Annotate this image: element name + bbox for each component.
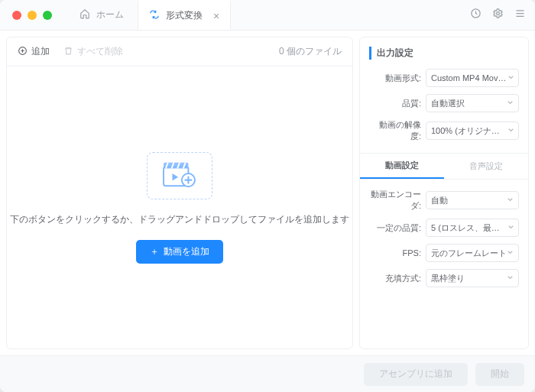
gear-icon[interactable] — [492, 8, 504, 22]
fill-select[interactable]: 黒枠塗り — [426, 269, 519, 287]
convert-tab-label: 形式変換 — [166, 9, 203, 22]
plus-icon: ＋ — [150, 245, 159, 258]
quality-label: 品質: — [369, 98, 421, 109]
start-button[interactable]: 開始 — [475, 363, 524, 386]
chevron-down-icon — [507, 196, 514, 205]
resolution-label: 動画の解像度: — [369, 119, 421, 142]
tab-close-button[interactable]: × — [213, 10, 219, 22]
tab-audio-settings[interactable]: 音声設定 — [444, 154, 528, 179]
file-count: 0 個のファイル — [279, 45, 342, 58]
output-settings-title: 出力設定 — [369, 47, 519, 60]
resolution-value: 100% (オリジナルア... — [431, 125, 507, 137]
delete-all-label: すべて削除 — [77, 45, 123, 58]
resolution-select[interactable]: 100% (オリジナルア... — [426, 121, 519, 140]
encoder-value: 自動 — [431, 195, 448, 206]
home-tab-label: ホーム — [96, 8, 124, 21]
fill-value: 黒枠塗り — [431, 273, 465, 284]
fps-select[interactable]: 元のフレームレート — [426, 244, 519, 262]
plus-icon — [18, 46, 28, 58]
sub-tabbar: 動画設定 音声設定 — [360, 154, 528, 180]
side-panel: 出力設定 動画形式: Custom MP4 Movie(... 品質: 自動選択 — [359, 37, 529, 349]
zoom-window-button[interactable] — [43, 11, 52, 20]
titlebar: ホーム 形式変換 × — [0, 0, 535, 31]
main-panel: 追加 すべて削除 0 個のファイル — [6, 37, 353, 349]
drop-instruction: 下のボタンをクリックするか、ドラッグアンドドロップしてファイルを追加します — [10, 213, 349, 226]
window-controls — [12, 11, 52, 20]
encoder-label: 動画エンコーダ: — [369, 189, 421, 212]
chevron-down-icon — [507, 223, 514, 232]
fps-label: FPS: — [369, 248, 421, 258]
add-video-label: 動画を追加 — [164, 245, 209, 258]
format-select[interactable]: Custom MP4 Movie(... — [426, 69, 519, 87]
svg-point-1 — [497, 12, 500, 15]
drop-frame — [147, 152, 212, 199]
format-value: Custom MP4 Movie(... — [431, 73, 507, 83]
convert-tab[interactable]: 形式変換 × — [138, 0, 231, 30]
quality-value: 自動選択 — [431, 98, 465, 109]
add-video-button[interactable]: ＋ 動画を追加 — [136, 240, 223, 264]
menu-icon[interactable] — [514, 8, 526, 22]
chevron-down-icon — [507, 73, 514, 83]
quality-select[interactable]: 自動選択 — [426, 94, 519, 112]
cq-value: 5 (ロスレス、最大サ... — [431, 222, 507, 234]
footer: アセンブリに追加 開始 — [0, 355, 535, 392]
fps-value: 元のフレームレート — [431, 248, 507, 259]
close-window-button[interactable] — [12, 11, 21, 20]
clapperboard-icon — [162, 159, 197, 193]
add-to-assembly-button[interactable]: アセンブリに追加 — [364, 363, 468, 386]
svg-marker-10 — [172, 173, 178, 181]
delete-all-button: すべて削除 — [63, 45, 123, 58]
chevron-down-icon — [507, 248, 514, 258]
home-icon — [79, 8, 90, 21]
output-settings-card: 出力設定 動画形式: Custom MP4 Movie(... 品質: 自動選択 — [359, 37, 529, 349]
chevron-down-icon — [507, 99, 514, 108]
tab-video-settings[interactable]: 動画設定 — [360, 154, 444, 179]
encoder-select[interactable]: 自動 — [426, 191, 519, 209]
fill-label: 充填方式: — [369, 273, 421, 284]
drop-zone[interactable]: 下のボタンをクリックするか、ドラッグアンドドロップしてファイルを追加します ＋ … — [7, 66, 352, 348]
cq-label: 一定の品質: — [369, 222, 421, 234]
history-icon[interactable] — [470, 8, 481, 22]
toolbar: 追加 すべて削除 0 個のファイル — [7, 37, 352, 66]
cq-select[interactable]: 5 (ロスレス、最大サ... — [426, 219, 519, 237]
minimize-window-button[interactable] — [28, 11, 37, 20]
add-label: 追加 — [31, 45, 50, 58]
add-button[interactable]: 追加 — [18, 45, 50, 58]
home-tab[interactable]: ホーム — [66, 0, 138, 30]
content-area: 追加 すべて削除 0 個のファイル — [0, 31, 535, 355]
format-label: 動画形式: — [369, 73, 421, 84]
chevron-down-icon — [507, 274, 514, 283]
app-window: ホーム 形式変換 × 追加 すべて削 — [0, 0, 535, 392]
convert-icon — [149, 9, 160, 22]
chevron-down-icon — [507, 126, 514, 135]
trash-icon — [63, 46, 73, 58]
